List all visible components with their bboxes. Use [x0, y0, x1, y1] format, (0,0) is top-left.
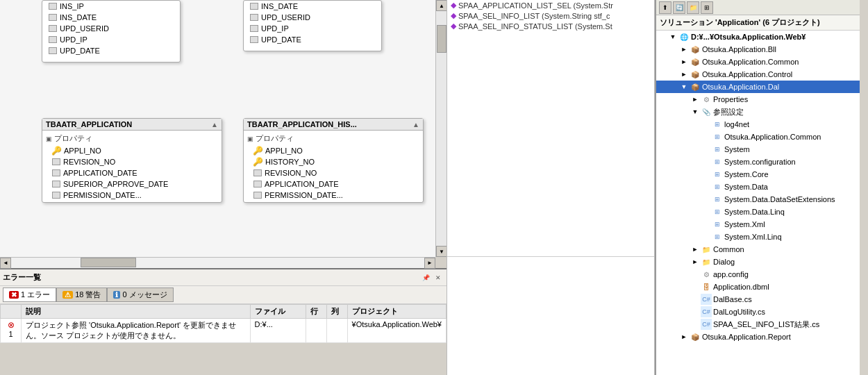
root-project-label: D:¥...¥Otsuka.Application.Web¥ [690, 33, 806, 41]
tab-messages[interactable]: ℹ 0 メッセージ [107, 288, 173, 302]
expand-icon[interactable]: ► [690, 96, 701, 103]
table-field-icon [250, 36, 258, 43]
tree-item-dalbase[interactable]: C# DalBase.cs [656, 293, 860, 306]
field-name: APPLICATION_DATE [63, 169, 137, 177]
expand-icon[interactable]: ► [678, 333, 690, 340]
expand-icon[interactable]: ► [690, 246, 701, 253]
hscroll-right-btn[interactable]: ► [424, 258, 435, 269]
tree-item-folder-common[interactable]: ► 📁 Common [656, 243, 860, 256]
toolbar-btn-3[interactable]: 📁 [687, 1, 699, 14]
tree-item-ref-system-data-dataset[interactable]: ⊞ System.Data.DataSetExtensions [656, 193, 860, 206]
tree-item-references[interactable]: ▼ 📎 参照設定 [656, 106, 860, 118]
tree-item-report[interactable]: ► 📦 Otsuka.Application.Report [656, 331, 860, 343]
error-table: 説明 ファイル 行 列 プロジェクト ⊗ 1 [0, 304, 446, 343]
key-icon: 🔑 [253, 146, 263, 156]
field-icon [48, 24, 58, 33]
tree-item-bll[interactable]: ► 📦 Otsuka.Application.Bll [656, 43, 860, 56]
tree-item-ref-system-xml[interactable]: ⊞ System.Xml [656, 218, 860, 231]
scroll-thumb[interactable] [437, 25, 446, 53]
properties-icon: ⚙ [701, 94, 712, 105]
tree-item-dal[interactable]: ▼ 📦 Otsuka.Application.Dal [656, 81, 860, 93]
table-section: ▣ プロパティ 🔑 APPLI_NO 🔑 HISTORY_NO REVISION… [244, 131, 423, 202]
vertical-scrollbar[interactable]: ▲ ▼ [435, 0, 446, 257]
expand-icon[interactable]: ► [690, 258, 701, 265]
horizontal-scrollbar[interactable]: ◄ ► [0, 257, 435, 268]
expand-icon[interactable]: ► [678, 46, 690, 53]
table-row: INS_IP [42, 1, 180, 12]
ref-label: System.configuration [723, 158, 796, 166]
table-row: INS_DATE [244, 1, 381, 12]
method-label: SPAA_SEL_INFO_STATUS_LIST (System.St [458, 22, 612, 31]
tab-warnings[interactable]: ⚠ 18 警告 [56, 288, 107, 302]
table-field-icon [52, 158, 60, 165]
method-item-3: ◆ SPAA_SEL_INFO_STATUS_LIST (System.St [447, 21, 654, 31]
table-field-icon [49, 3, 57, 10]
toolbar-btn-2[interactable]: 🔄 [673, 1, 685, 14]
close-icon[interactable]: ✕ [433, 272, 444, 283]
field-icon [51, 179, 61, 189]
toolbar-btn-1[interactable]: ⬆ [659, 1, 671, 14]
tree-item-control[interactable]: ► 📦 Otsuka.Application.Control [656, 68, 860, 81]
scroll-up-btn[interactable]: ▲ [436, 0, 446, 11]
field-icon [48, 1, 58, 11]
tree-item-app-dbml[interactable]: 🗄 Application.dbml [656, 281, 860, 293]
tree-item-ref-otsuka-common[interactable]: ⊞ Otsuka.Application.Common [656, 131, 860, 143]
pin-icon[interactable]: 📌 [420, 272, 431, 283]
folder-icon: 📁 [701, 244, 712, 255]
hscroll-left-btn[interactable]: ◄ [0, 258, 11, 269]
error-panel-header: エラー一覧 📌 ✕ [0, 269, 446, 286]
tree-item-folder-dialog[interactable]: ► 📁 Dialog [656, 256, 860, 268]
scroll-down-btn[interactable]: ▼ [436, 246, 446, 257]
table-row: PERMISSION_DATE... [247, 190, 419, 201]
project-icon: 📦 [690, 44, 701, 55]
tree-item-spaa-result[interactable]: C# SPAA_SEL_INFO_LIST結果.cs [656, 318, 860, 331]
cs-icon: C# [701, 306, 712, 317]
table-row: 🔑 HISTORY_NO [247, 156, 419, 167]
field-name: SUPERIOR_APPROVE_DATE [63, 180, 168, 188]
error-panel-title: エラー一覧 [3, 272, 41, 283]
field-name: INS_IP [60, 2, 84, 10]
collapse-icon[interactable]: ▲ [211, 121, 218, 128]
table-row: UPD_IP [42, 34, 180, 45]
tree-item-root-project[interactable]: ▼ 🌐 D:¥...¥Otsuka.Application.Web¥ [656, 31, 860, 43]
error-icon: ⊗ [8, 320, 15, 330]
tree-item-ref-system-data-linq[interactable]: ⊞ System.Data.Linq [656, 206, 860, 218]
error-panel: エラー一覧 📌 ✕ ✖ 1 エラー ⚠ 18 警告 ℹ 0 メッセージ [0, 268, 446, 343]
field-icon [249, 1, 259, 11]
table-field-icon [250, 25, 258, 32]
tab-errors[interactable]: ✖ 1 エラー [3, 288, 56, 302]
tree-item-app-config[interactable]: ⚙ app.config [656, 268, 860, 281]
expand-icon[interactable]: ▼ [678, 83, 690, 90]
toolbar-btn-4[interactable]: ⊞ [701, 1, 713, 14]
table-field-icon [52, 181, 60, 188]
left-area: ▲ ▼ INS_IP INS_DATE UPD_USE [0, 0, 446, 375]
field-name: HISTORY_NO [265, 158, 315, 166]
file-label: DalBase.cs [712, 295, 752, 303]
ref-icon: ⊞ [712, 156, 723, 167]
ref-label: Otsuka.Application.Common [723, 133, 821, 141]
expand-icon[interactable]: ▼ [667, 33, 678, 40]
expand-icon[interactable]: ► [678, 58, 690, 65]
expand-icon[interactable]: ► [678, 71, 690, 78]
table-row: INS_DATE [42, 12, 180, 23]
main-layout: ▲ ▼ INS_IP INS_DATE UPD_USE [0, 0, 868, 375]
hscroll-thumb[interactable] [81, 258, 136, 267]
right-panels: ◆ SPAA_APPLICATION_LIST_SEL (System.Str … [446, 0, 868, 375]
expand-icon[interactable]: ▼ [690, 108, 701, 115]
tree-item-ref-system-core[interactable]: ⊞ System.Core [656, 168, 860, 181]
tree-item-properties[interactable]: ► ⚙ Properties [656, 93, 860, 106]
table-field-icon [52, 169, 60, 176]
field-icon [48, 35, 58, 44]
tree-item-ref-system-xml-linq[interactable]: ⊞ System.Xml.Linq [656, 231, 860, 243]
error-column [326, 319, 347, 343]
col-num [1, 305, 22, 319]
tree-item-common[interactable]: ► 📦 Otsuka.Application.Common [656, 56, 860, 68]
tree-item-ref-system-config[interactable]: ⊞ System.configuration [656, 156, 860, 168]
tree-item-ref-log4net[interactable]: ⊞ log4net [656, 118, 860, 131]
tree-item-ref-system[interactable]: ⊞ System [656, 143, 860, 156]
collapse-icon[interactable]: ▲ [412, 121, 419, 128]
tree-item-ref-system-data[interactable]: ⊞ System.Data [656, 181, 860, 193]
tab-errors-label: 1 エラー [21, 290, 50, 300]
tree-item-dallogutility[interactable]: C# DalLogUtility.cs [656, 306, 860, 318]
ref-label-system-core: System.Core [723, 170, 769, 178]
